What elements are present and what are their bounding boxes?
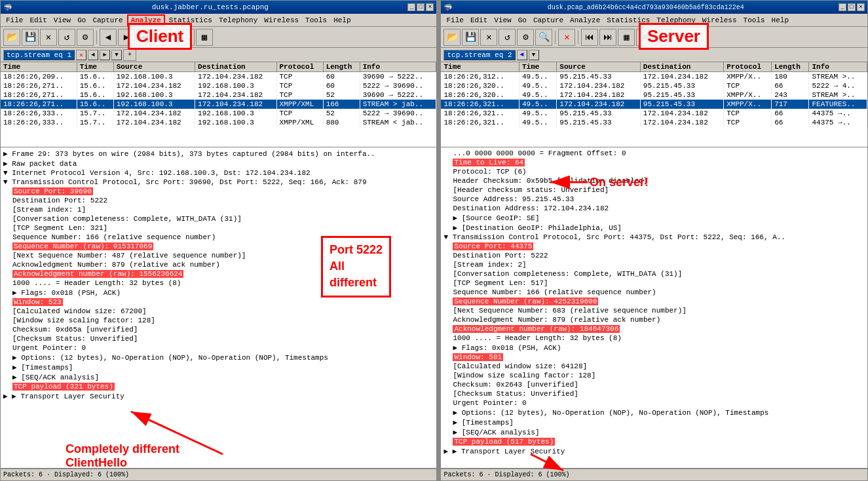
right-menu-analyze[interactable]: Analyze <box>567 16 603 25</box>
detail-item[interactable]: [Window size scaling factor: 128] <box>442 371 866 380</box>
right-toolbar-last[interactable]: ⏭ <box>599 29 616 46</box>
right-detail-panel[interactable]: ...0 0000 0000 0000 = Fragment Offset: 0… <box>441 147 867 469</box>
right-toolbar-reload[interactable]: ↺ <box>499 29 516 46</box>
detail-item[interactable]: Window: 501 <box>442 353 866 362</box>
detail-item[interactable]: Checksum: 0x2643 [unverified] <box>442 380 866 389</box>
detail-item[interactable]: ▶ Options: (12 bytes), No-Operation (NOP… <box>2 353 435 362</box>
right-toolbar-close[interactable]: ✕ <box>480 29 497 46</box>
detail-item[interactable]: 1000 .... = Header Length: 32 bytes (8) <box>2 279 435 288</box>
detail-item[interactable]: Source Address: 95.215.45.33 <box>442 195 866 204</box>
detail-item[interactable]: [Next Sequence Number: 487 (relative seq… <box>2 251 435 260</box>
detail-item[interactable]: Destination Address: 172.104.234.182 <box>442 204 866 213</box>
detail-item[interactable]: ▶ [Destination GeoIP: Philadelphia, US] <box>442 223 866 233</box>
left-detail-panel[interactable]: Frame 29: 373 bytes on wire (2984 bits),… <box>1 147 436 469</box>
detail-item[interactable]: [Conversation completeness: Complete, WI… <box>442 269 866 279</box>
detail-item[interactable]: [Stream index: 2] <box>442 260 866 269</box>
detail-item[interactable]: Sequence Number (raw): 4252319600 <box>442 297 866 306</box>
left-toolbar-forward[interactable]: ▶ <box>118 29 135 46</box>
left-menu-wireless[interactable]: Wireless <box>261 16 301 25</box>
right-filter-close[interactable]: ◄ <box>517 50 527 60</box>
detail-item[interactable]: Transmission Control Protocol, Src Port:… <box>442 233 866 242</box>
detail-item[interactable]: Acknowledgment number (raw): 1556236624 <box>2 269 435 279</box>
detail-item[interactable]: Source Port: 44375 <box>442 242 866 251</box>
detail-item[interactable]: [Header checksum status: Unverified] <box>442 185 866 195</box>
table-row[interactable]: 18:26:26,271.. 15.6.. 192.168.100.3 172.… <box>1 90 436 100</box>
right-menu-edit[interactable]: Edit <box>468 16 490 25</box>
table-row[interactable]: 18:26:26,312.. 49.5.. 95.215.45.33 172.1… <box>441 72 867 82</box>
table-row[interactable]: 18:26:26,333.. 15.7.. 172.104.234.182 19… <box>1 118 436 127</box>
left-toolbar-filter2[interactable]: ▦ <box>196 29 213 46</box>
detail-item[interactable]: ▶ [SEQ/ACK analysis] <box>2 372 435 382</box>
table-row[interactable]: 18:26:26,321.. 49.5.. 95.215.45.33 172.1… <box>441 118 867 127</box>
left-maximize-btn[interactable]: □ <box>417 3 425 11</box>
detail-item[interactable]: Urgent Pointer: 0 <box>2 343 435 353</box>
right-toolbar-first[interactable]: ⏮ <box>581 29 598 46</box>
detail-item[interactable]: Window: 523 <box>2 298 435 307</box>
detail-item[interactable]: Acknowledgment Number: 879 (relative ack… <box>2 260 435 269</box>
table-row[interactable]: 18:26:26,271.. 15.6.. 172.104.234.182 19… <box>1 81 436 90</box>
left-menu-go[interactable]: Go <box>75 16 88 25</box>
left-menu-edit[interactable]: Edit <box>27 16 49 25</box>
left-menu-view[interactable]: View <box>51 16 73 25</box>
left-minimize-btn[interactable]: _ <box>407 3 415 11</box>
right-toolbar-layout2[interactable]: ⊞ <box>654 29 671 46</box>
left-toolbar-last[interactable]: ⏭ <box>155 29 172 46</box>
right-menu-tools[interactable]: Tools <box>741 16 768 25</box>
left-menu-statistics[interactable]: Statistics <box>166 16 215 25</box>
detail-item[interactable]: Protocol: TCP (6) <box>442 167 866 176</box>
detail-item[interactable]: Checksum: 0xd65a [unverified] <box>2 325 435 334</box>
detail-item[interactable]: Acknowledgment number (raw): 184647306 <box>442 324 866 334</box>
left-menu-capture[interactable]: Capture <box>90 16 125 25</box>
right-packet-table[interactable]: Time Time Source Destination Protocol Le… <box>441 62 867 147</box>
right-filter-dropdown[interactable]: ▼ <box>529 50 539 60</box>
left-toolbar-open[interactable]: 📂 <box>3 29 20 46</box>
right-menu-capture[interactable]: Capture <box>531 16 566 25</box>
left-menu-help[interactable]: Help <box>331 16 353 25</box>
left-menu-tools[interactable]: Tools <box>303 16 330 25</box>
left-toolbar-back[interactable]: ◀ <box>100 29 117 46</box>
detail-item[interactable]: ...0 0000 0000 0000 = Fragment Offset: 0 <box>442 149 866 158</box>
table-row[interactable]: 18:26:26,321.. 49.5.. 172.104.234.182 95… <box>441 100 867 109</box>
detail-item[interactable]: [Next Sequence Number: 683 (relative seq… <box>442 306 866 315</box>
detail-item[interactable]: ▶ Flags: 0x018 (PSH, ACK) <box>2 288 435 298</box>
detail-item[interactable]: Raw packet data <box>2 159 435 168</box>
table-row[interactable]: 18:26:26,333.. 15.7.. 172.104.234.182 19… <box>1 109 436 118</box>
left-toolbar-close[interactable]: ✕ <box>40 29 57 46</box>
detail-item[interactable]: ▶ Transport Layer Security <box>2 391 435 401</box>
right-menu-go[interactable]: Go <box>516 16 529 25</box>
detail-item[interactable]: Destination Port: 5222 <box>2 196 435 205</box>
right-menu-wireless[interactable]: Wireless <box>700 16 740 25</box>
left-menu-file[interactable]: File <box>3 16 26 25</box>
left-toolbar-save[interactable]: 💾 <box>22 29 39 46</box>
detail-item[interactable]: Acknowledgment Number: 879 (relative ack… <box>442 315 866 324</box>
right-menu-view[interactable]: View <box>491 16 514 25</box>
detail-item[interactable]: Sequence Number (raw): 915317069 <box>2 242 435 251</box>
table-row[interactable]: 18:26:26,321.. 49.5.. 95.215.45.33 172.1… <box>441 109 867 118</box>
left-toolbar-settings[interactable]: ⚙ <box>77 29 94 46</box>
detail-item[interactable]: Source Port: 39690 <box>2 187 435 196</box>
detail-item[interactable]: Transmission Control Protocol, Src Port:… <box>2 178 435 187</box>
right-maximize-btn[interactable]: □ <box>848 3 856 11</box>
left-close-btn[interactable]: × <box>426 3 434 11</box>
left-menu-analyze[interactable]: Analyze <box>127 14 165 26</box>
right-menu-file[interactable]: File <box>443 16 466 25</box>
detail-item[interactable]: TCP payload (321 bytes) <box>2 382 435 391</box>
left-filter-arrow-left[interactable]: ◄ <box>88 50 98 60</box>
detail-item[interactable]: Frame 29: 373 bytes on wire (2984 bits),… <box>2 149 435 159</box>
detail-item[interactable]: Internet Protocol Version 4, Src: 192.16… <box>2 168 435 178</box>
detail-item[interactable]: ▶ [Timestamps] <box>442 417 866 427</box>
left-filter-arrow-right[interactable]: ► <box>100 50 110 60</box>
detail-item[interactable]: [TCP Segment Len: 517] <box>442 279 866 288</box>
right-menu-statistics[interactable]: Statistics <box>604 16 652 25</box>
left-toolbar-filter1[interactable]: 🔍 <box>178 29 195 46</box>
right-toolbar-search[interactable]: 🔍 <box>535 29 552 46</box>
right-toolbar-layout1[interactable]: ≡ <box>636 29 653 46</box>
right-menu-help[interactable]: Help <box>769 16 791 25</box>
detail-item[interactable]: [Calculated window size: 67200] <box>2 307 435 316</box>
detail-item[interactable]: 1000 .... = Header Length: 32 bytes (8) <box>442 334 866 343</box>
detail-item[interactable]: Sequence Number: 166 (relative sequence … <box>442 288 866 297</box>
left-toolbar-reload[interactable]: ↺ <box>58 29 75 46</box>
left-toolbar-first[interactable]: ⏮ <box>136 29 153 46</box>
detail-item[interactable]: Time to Live: 64 <box>442 158 866 167</box>
detail-item[interactable]: Destination Port: 5222 <box>442 251 866 260</box>
